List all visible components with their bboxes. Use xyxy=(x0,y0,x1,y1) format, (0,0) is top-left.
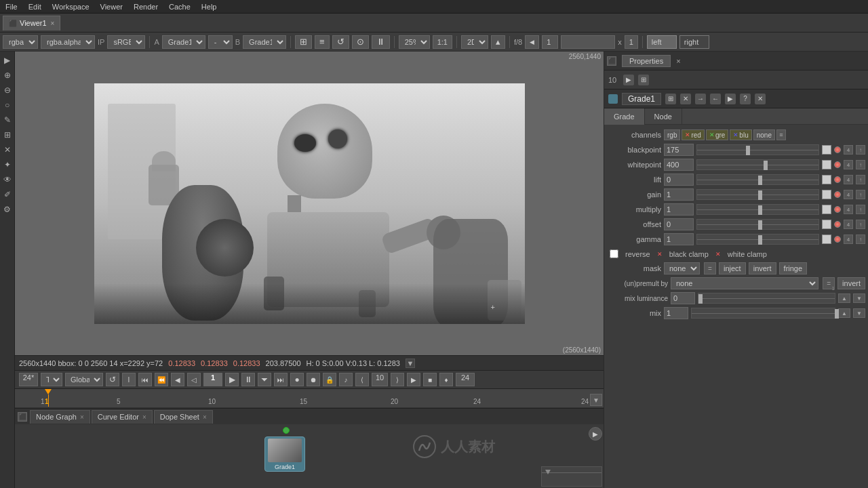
lift-slider[interactable] xyxy=(696,174,819,185)
inject-btn[interactable]: inject xyxy=(719,262,746,274)
first-frame-btn[interactable]: ⏮ xyxy=(138,373,152,386)
multiply-circle-btn[interactable] xyxy=(834,206,841,213)
menu-help[interactable]: Help xyxy=(201,3,217,11)
viewer-icon-btn2[interactable]: ≡ xyxy=(315,35,330,49)
multiply-action-btn[interactable]: 4 xyxy=(844,205,853,214)
sidebar-icon-star[interactable]: ✦ xyxy=(1,159,14,171)
mix-lum-input[interactable] xyxy=(671,292,695,304)
offset-input[interactable] xyxy=(664,218,694,230)
sidebar-icon-pen[interactable]: ✐ xyxy=(1,188,14,201)
gain-circle-btn[interactable] xyxy=(834,191,841,198)
blackpoint-slider[interactable] xyxy=(696,144,819,155)
whitepoint-input[interactable] xyxy=(664,159,694,171)
offset-anim-btn[interactable]: ↑ xyxy=(856,220,865,229)
ch-btn-rgb[interactable]: rgb xyxy=(664,129,680,140)
multiply-input[interactable] xyxy=(664,203,694,216)
tab-node[interactable]: Node xyxy=(645,108,682,125)
ch-expand-btn[interactable]: ≡ xyxy=(776,129,786,140)
tf-select[interactable]: TF xyxy=(41,373,62,386)
menu-viewer[interactable]: Viewer xyxy=(100,3,123,11)
viewer-icon-btn4[interactable]: ⊙ xyxy=(352,35,369,49)
play-back-btn[interactable]: ⏷ xyxy=(258,373,271,386)
node-prop-icon6[interactable]: ? xyxy=(740,94,751,104)
mode-select[interactable]: 2D xyxy=(461,35,488,49)
sidebar-icon-pencil[interactable]: ✎ xyxy=(1,114,14,126)
tab-grade[interactable]: Grade xyxy=(604,108,645,125)
sidebar-icon-remove[interactable]: ⊖ xyxy=(1,84,14,96)
record-btn[interactable]: ⏺ xyxy=(307,373,320,386)
play-mode-btn2[interactable]: ■ xyxy=(423,373,437,386)
mix-lum-btn2[interactable]: ▼ xyxy=(853,293,865,303)
mix-lum-slider[interactable]: 1 xyxy=(698,293,835,304)
offset-slider-handle[interactable] xyxy=(758,220,762,230)
lift-anim-btn[interactable]: ↑ xyxy=(856,175,865,184)
gain-slider-handle[interactable] xyxy=(758,190,762,200)
node-prop-icon7[interactable]: ✕ xyxy=(755,94,766,104)
multiply-slider[interactable] xyxy=(696,204,819,215)
gamma-anim-btn[interactable]: ↑ xyxy=(856,235,865,244)
status-dropdown[interactable]: ▼ xyxy=(406,359,415,368)
gamma-input[interactable] xyxy=(664,233,694,245)
gain-color-btn[interactable] xyxy=(822,190,831,199)
colorspace-select[interactable]: sRGB xyxy=(107,35,145,49)
grade1-node[interactable]: Grade1 xyxy=(264,436,305,472)
menu-workspace[interactable]: Workspace xyxy=(52,3,90,11)
viewer1-tab-close[interactable]: × xyxy=(51,20,55,27)
mix-btn1[interactable]: ▲ xyxy=(838,308,850,318)
ratio-btn[interactable]: 1:1 xyxy=(433,35,452,49)
sidebar-icon-gear[interactable]: ⚙ xyxy=(1,203,14,216)
y-val-btn[interactable]: 1 xyxy=(625,35,638,49)
props-icon-2[interactable]: ⊞ xyxy=(638,75,649,85)
lift-input[interactable] xyxy=(664,174,694,186)
frame-num-btn[interactable]: 1 xyxy=(542,35,558,49)
left-btn[interactable]: left xyxy=(647,35,677,49)
gain-action-btn[interactable]: 4 xyxy=(844,190,853,199)
multiply-slider-handle[interactable] xyxy=(758,205,762,215)
lift-slider-handle[interactable] xyxy=(758,176,762,185)
offset-action-btn[interactable]: 4 xyxy=(844,220,853,229)
sidebar-icon-eye[interactable]: 👁 xyxy=(1,174,14,186)
zoom-select[interactable]: 25% xyxy=(399,35,430,49)
props-panel-close[interactable]: × xyxy=(676,57,680,65)
channels-select[interactable]: rgba xyxy=(3,35,38,49)
gain-input[interactable] xyxy=(664,188,694,201)
menu-cache[interactable]: Cache xyxy=(169,3,191,11)
b-node-select[interactable]: Grade1 xyxy=(243,35,286,49)
loop-count-field[interactable]: 10 xyxy=(372,373,388,386)
a-node-select[interactable]: Grade1 xyxy=(162,35,205,49)
viewer1-tab[interactable]: ⬛ Viewer1 × xyxy=(3,16,60,30)
offset-slider[interactable] xyxy=(696,219,819,230)
mix-btn2[interactable]: ▼ xyxy=(853,308,865,318)
timeline-expand-btn[interactable]: ▼ xyxy=(590,394,602,406)
prev-key-btn[interactable]: ⏪ xyxy=(155,373,168,386)
fps-field[interactable]: 24* xyxy=(19,373,38,386)
tab-curve-editor[interactable]: Curve Editor × xyxy=(92,410,153,424)
unpremult-select[interactable]: none xyxy=(671,277,818,289)
mask-select[interactable]: none xyxy=(664,262,700,274)
reverse-checkbox[interactable] xyxy=(610,249,618,258)
tab-dope-sheet-close[interactable]: × xyxy=(203,413,207,421)
play-mode-btn1[interactable]: ▶ xyxy=(407,373,420,386)
sidebar-icon-add[interactable]: ⊕ xyxy=(1,69,14,81)
sidebar-icon-arrow[interactable]: ▶ xyxy=(1,54,14,66)
global-select[interactable]: Global xyxy=(65,373,103,386)
mix-lum-slider-handle[interactable] xyxy=(698,294,703,304)
end-frame-field[interactable]: 24 xyxy=(456,373,475,386)
whitepoint-slider-handle[interactable] xyxy=(764,161,768,170)
whitepoint-circle-btn[interactable] xyxy=(834,161,841,168)
current-frame-field[interactable]: 1 xyxy=(203,373,222,386)
whitepoint-color-btn[interactable] xyxy=(822,160,831,169)
props-tab-label[interactable]: Properties xyxy=(622,55,671,67)
menu-edit[interactable]: Edit xyxy=(28,3,41,11)
mode-extra-btn[interactable]: ▴ xyxy=(491,35,505,49)
node-name-btn[interactable]: Grade1 xyxy=(622,93,661,105)
gain-slider[interactable] xyxy=(696,189,819,200)
blackpoint-slider-handle[interactable] xyxy=(746,146,750,155)
pause-btn[interactable]: ⏸ xyxy=(241,373,255,386)
ch-btn-blue[interactable]: ✕ blu xyxy=(730,129,751,140)
ch-btn-green[interactable]: ✕ gre xyxy=(706,129,728,140)
blackpoint-input[interactable] xyxy=(664,144,694,156)
fringe-btn[interactable]: fringe xyxy=(779,262,808,274)
mix-slider[interactable] xyxy=(691,308,835,319)
node-prop-icon1[interactable]: ⊞ xyxy=(665,94,676,104)
